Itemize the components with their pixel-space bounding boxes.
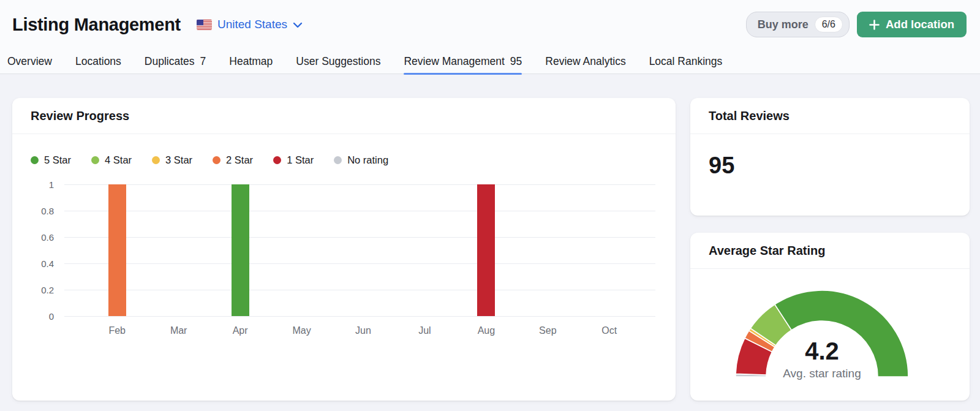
buy-more-button[interactable]: Buy more 6/6 bbox=[746, 12, 850, 37]
x-axis-label: Sep bbox=[523, 325, 572, 336]
tab-label: Heatmap bbox=[229, 55, 273, 68]
tab-label: Duplicates bbox=[145, 55, 195, 68]
legend-label: 3 Star bbox=[165, 154, 192, 166]
tab-heatmap[interactable]: Heatmap bbox=[229, 49, 273, 74]
us-flag-icon bbox=[197, 20, 212, 30]
total-reviews-card: Total Reviews 95 bbox=[690, 98, 970, 216]
gauge-caption: Avg. star rating bbox=[733, 367, 911, 380]
tab-label: User Suggestions bbox=[296, 55, 380, 68]
legend-label: 1 Star bbox=[287, 154, 314, 166]
buy-more-count-badge: 6/6 bbox=[815, 17, 843, 32]
x-axis-label: Jun bbox=[339, 325, 388, 336]
review-progress-body: 5 Star 4 Star 3 Star 2 Star 1 Star bbox=[12, 153, 676, 362]
total-reviews-value: 95 bbox=[690, 134, 970, 179]
legend-dot-2-star bbox=[213, 156, 221, 164]
x-axis-label: May bbox=[277, 325, 326, 336]
legend-label: No rating bbox=[347, 154, 388, 166]
legend-item-no-rating[interactable]: No rating bbox=[334, 154, 388, 166]
rating-gauge: 4.2 Avg. star rating bbox=[733, 287, 911, 383]
chevron-down-icon bbox=[293, 22, 303, 28]
legend-label: 4 Star bbox=[105, 154, 132, 166]
legend-item-3-star[interactable]: 3 Star bbox=[152, 154, 192, 166]
total-reviews-title: Total Reviews bbox=[709, 109, 790, 123]
gridline bbox=[64, 263, 655, 264]
x-axis-label: Apr bbox=[216, 325, 265, 336]
x-axis-label: Jul bbox=[400, 325, 449, 336]
total-reviews-card-header: Total Reviews bbox=[690, 98, 970, 134]
review-progress-card-header: Review Progress bbox=[12, 98, 676, 134]
x-axis-label: Feb bbox=[92, 325, 141, 336]
y-axis-tick: 0 bbox=[31, 311, 54, 322]
tab-label: Review Management bbox=[404, 55, 504, 68]
y-axis-tick: 0.2 bbox=[31, 285, 54, 295]
tab-review-analytics[interactable]: Review Analytics bbox=[545, 49, 625, 74]
y-axis-tick: 0.8 bbox=[31, 206, 54, 216]
x-axis-label: Mar bbox=[154, 325, 203, 336]
y-axis-tick: 1 bbox=[31, 179, 54, 190]
legend-dot-no-rating bbox=[334, 156, 342, 164]
legend-item-2-star[interactable]: 2 Star bbox=[213, 154, 253, 166]
review-progress-card: Review Progress 5 Star 4 Star 3 Star bbox=[12, 98, 676, 401]
country-label: United States bbox=[217, 18, 287, 31]
legend-item-1-star[interactable]: 1 Star bbox=[273, 154, 314, 166]
y-axis-tick: 0.4 bbox=[31, 258, 54, 269]
tab-label: Review Analytics bbox=[545, 55, 625, 68]
country-selector[interactable]: United States bbox=[197, 18, 303, 31]
tab-label: Overview bbox=[7, 55, 52, 68]
gridline bbox=[64, 237, 655, 238]
legend-dot-1-star bbox=[273, 156, 281, 164]
legend-dot-4-star bbox=[91, 156, 99, 164]
tab-bar: Overview Locations Duplicates 7 Heatmap … bbox=[0, 49, 980, 74]
buy-more-label: Buy more bbox=[758, 18, 809, 31]
gridline bbox=[64, 290, 655, 290]
content-area: Review Progress 5 Star 4 Star 3 Star bbox=[0, 74, 980, 411]
gauge-value: 4.2 bbox=[733, 337, 911, 365]
add-location-button[interactable]: Add location bbox=[857, 12, 967, 37]
gridline bbox=[64, 184, 655, 185]
review-progress-title: Review Progress bbox=[31, 109, 129, 123]
header-actions: Buy more 6/6 Add location bbox=[746, 12, 967, 37]
tab-duplicates[interactable]: Duplicates 7 bbox=[145, 49, 206, 74]
page-title: Listing Management bbox=[12, 15, 181, 35]
tab-overview[interactable]: Overview bbox=[7, 49, 52, 74]
tab-user-suggestions[interactable]: User Suggestions bbox=[296, 49, 380, 74]
gridline bbox=[64, 316, 655, 317]
gridline bbox=[64, 211, 655, 211]
plus-icon bbox=[869, 20, 880, 30]
bar-feb-2-star bbox=[108, 184, 126, 316]
bar-apr-5-star bbox=[232, 184, 249, 316]
legend-item-4-star[interactable]: 4 Star bbox=[91, 154, 132, 166]
tab-local-rankings[interactable]: Local Rankings bbox=[649, 49, 723, 74]
tab-locations[interactable]: Locations bbox=[75, 49, 121, 74]
tab-count: 7 bbox=[200, 55, 206, 68]
header: Listing Management United States Buy mor… bbox=[0, 0, 980, 49]
x-axis-label: Aug bbox=[462, 325, 511, 336]
tab-label: Locations bbox=[75, 55, 121, 68]
legend-label: 2 Star bbox=[226, 154, 253, 166]
tab-label: Local Rankings bbox=[649, 55, 723, 68]
y-axis-tick: 0.6 bbox=[31, 232, 54, 243]
legend-dot-5-star bbox=[31, 156, 39, 164]
legend-dot-3-star bbox=[152, 156, 160, 164]
average-star-rating-card: Average Star Rating 4.2 Avg. star rating bbox=[690, 233, 970, 401]
tab-review-management[interactable]: Review Management 95 bbox=[404, 49, 522, 74]
tab-count: 95 bbox=[510, 55, 522, 68]
legend-item-5-star[interactable]: 5 Star bbox=[31, 154, 71, 166]
average-star-rating-title: Average Star Rating bbox=[709, 244, 825, 258]
sidebar: Total Reviews 95 Average Star Rating 4.2… bbox=[690, 98, 970, 401]
x-axis-label: Oct bbox=[585, 325, 634, 336]
average-star-rating-card-header: Average Star Rating bbox=[690, 233, 970, 269]
add-location-label: Add location bbox=[886, 18, 954, 31]
review-progress-bar-chart: 00.20.40.60.81FebMarAprMayJunJulAugSepOc… bbox=[31, 184, 657, 362]
legend-label: 5 Star bbox=[44, 154, 71, 166]
chart-legend: 5 Star 4 Star 3 Star 2 Star 1 Star bbox=[31, 153, 657, 167]
bar-aug-1-star bbox=[477, 184, 495, 316]
